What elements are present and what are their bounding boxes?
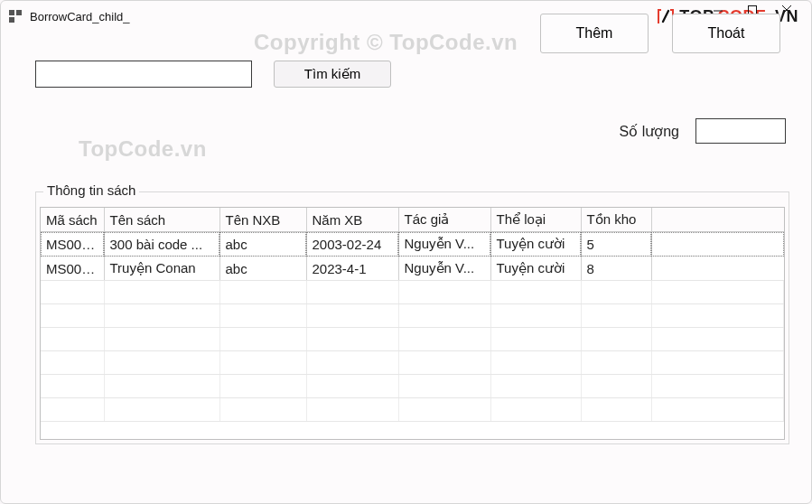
cell[interactable]: Tuyện cười — [490, 232, 581, 257]
cell — [398, 351, 490, 375]
col-nam-xb[interactable]: Năm XB — [306, 208, 398, 232]
cell[interactable]: 2003-02-24 — [306, 232, 398, 257]
cell — [306, 281, 398, 304]
col-ten-nxb[interactable]: Tên NXB — [219, 208, 306, 232]
svg-rect-2 — [9, 17, 14, 23]
groupbox-legend: Thông tin sách — [43, 182, 139, 198]
quantity-label: Số lượng — [620, 123, 679, 140]
table-row[interactable]: MS001 ...300 bài code ...abc2003-02-24Ng… — [41, 232, 784, 257]
search-row: Tìm kiếm — [35, 61, 804, 88]
cell — [306, 351, 398, 375]
col-ten-sach[interactable]: Tên sách — [104, 208, 219, 232]
table-row — [41, 281, 784, 304]
cell — [651, 398, 784, 422]
cell — [651, 375, 784, 398]
cell — [651, 281, 784, 304]
col-ma-sach[interactable]: Mã sách — [41, 208, 104, 232]
cell[interactable]: 5 — [581, 232, 651, 257]
cell — [398, 304, 490, 328]
cell-extra — [651, 232, 784, 257]
cell — [490, 398, 581, 422]
table-row — [41, 398, 784, 422]
cell — [219, 398, 306, 422]
cell — [490, 375, 581, 398]
cell[interactable]: abc — [219, 257, 306, 281]
table-header-row: Mã sách Tên sách Tên NXB Năm XB Tác giả … — [41, 208, 784, 232]
cell[interactable]: Nguyễn V... — [398, 232, 490, 257]
table-row — [41, 375, 784, 398]
table-row — [41, 304, 784, 328]
col-extra — [651, 208, 784, 232]
cell — [490, 328, 581, 351]
cell[interactable]: MS002 ... — [41, 257, 104, 281]
cell — [651, 328, 784, 351]
cell — [581, 398, 651, 422]
cell[interactable]: Tuyện cười — [490, 257, 581, 281]
col-the-loai[interactable]: Thể loại — [490, 208, 581, 232]
book-table: Mã sách Tên sách Tên NXB Năm XB Tác giả … — [41, 208, 784, 422]
window-frame: BorrowCard_child_ TOPCODE.VN T — [0, 0, 812, 504]
cell — [398, 328, 490, 351]
exit-button[interactable]: Thoát — [672, 14, 780, 53]
cell — [104, 351, 219, 375]
app-icon — [8, 9, 23, 23]
cell — [490, 351, 581, 375]
cell — [219, 375, 306, 398]
cell — [306, 328, 398, 351]
table-row[interactable]: MS002 ...Truyện Conanabc2023-4-1Nguyễn V… — [41, 257, 784, 281]
cell — [219, 304, 306, 328]
svg-rect-0 — [9, 10, 14, 15]
quantity-wrap: Số lượng — [620, 118, 786, 144]
cell — [219, 281, 306, 304]
cell — [581, 281, 651, 304]
cell — [41, 328, 104, 351]
search-button[interactable]: Tìm kiếm — [274, 61, 391, 88]
cell — [41, 398, 104, 422]
cell[interactable]: 8 — [581, 257, 651, 281]
watermark-bottom: Copyright © TopCode.vn — [254, 30, 518, 55]
book-grid[interactable]: Mã sách Tên sách Tên NXB Năm XB Tác giả … — [40, 207, 785, 440]
col-tac-gia[interactable]: Tác giả — [398, 208, 490, 232]
cell — [104, 328, 219, 351]
svg-rect-1 — [16, 10, 22, 15]
add-button[interactable]: Thêm — [540, 14, 649, 53]
cell-extra — [651, 257, 784, 281]
cell — [490, 281, 581, 304]
content-area: Tìm kiếm Số lượng TopCode.vn Thông tin s… — [1, 61, 811, 88]
quantity-input[interactable] — [695, 118, 786, 144]
col-ton-kho[interactable]: Tồn kho — [581, 208, 651, 232]
cell[interactable]: 300 bài code ... — [104, 232, 219, 257]
window-title: BorrowCard_child_ — [30, 10, 130, 23]
cell — [104, 398, 219, 422]
cell[interactable]: Truyện Conan — [104, 257, 219, 281]
watermark-top: TopCode.vn — [79, 136, 207, 162]
book-info-groupbox: Thông tin sách Mã sách Tên sách Tên NXB … — [35, 191, 789, 444]
cell — [581, 375, 651, 398]
cell[interactable]: Nguyễn V... — [398, 257, 490, 281]
cell — [306, 304, 398, 328]
cell — [581, 304, 651, 328]
cell — [41, 281, 104, 304]
cell — [651, 351, 784, 375]
cell — [581, 351, 651, 375]
cell — [306, 375, 398, 398]
cell — [41, 351, 104, 375]
cell[interactable]: 2023-4-1 — [306, 257, 398, 281]
cell — [219, 328, 306, 351]
cell — [104, 375, 219, 398]
cell[interactable]: abc — [219, 232, 306, 257]
footer-buttons: Thêm Thoát — [540, 14, 780, 53]
cell — [41, 304, 104, 328]
table-row — [41, 328, 784, 351]
cell — [398, 281, 490, 304]
cell — [104, 304, 219, 328]
cell[interactable]: MS001 ... — [41, 232, 104, 257]
cell — [104, 281, 219, 304]
cell — [398, 375, 490, 398]
cell — [581, 328, 651, 351]
cell — [219, 351, 306, 375]
cell — [306, 398, 398, 422]
search-input[interactable] — [35, 61, 252, 88]
cell — [398, 398, 490, 422]
cell — [490, 304, 581, 328]
